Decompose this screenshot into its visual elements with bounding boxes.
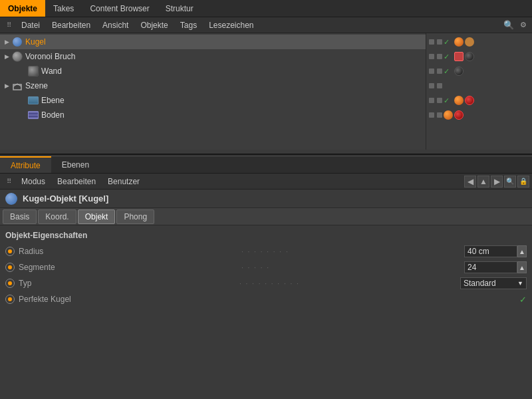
list-item[interactable]: Wand [0, 64, 426, 78]
property-radio-typ[interactable] [5, 279, 15, 288]
visibility-dot [437, 54, 442, 59]
object-name: Boden [41, 110, 426, 120]
menu-lesezeichen[interactable]: Lesezeichen [203, 19, 259, 31]
menu-bar-right: 🔍 ⚙ [503, 19, 529, 31]
list-item[interactable]: Boden [0, 108, 426, 122]
visibility-dot [429, 68, 434, 74]
ebene-icon [28, 96, 39, 104]
expand-icon: ▶ [3, 82, 11, 90]
segmente-stepper-up[interactable]: ▲ [517, 261, 527, 273]
tab-takes[interactable]: Takes [45, 0, 82, 17]
sphere-icon [12, 37, 23, 47]
property-dots: · · · · · [241, 264, 464, 271]
object-name: Kugel [25, 37, 426, 47]
object-name: Wand [41, 66, 426, 76]
property-dots: · · · · · · · · [241, 248, 464, 255]
tag-icon[interactable] [444, 110, 453, 120]
visibility-dot [429, 98, 434, 103]
tag-icon[interactable] [465, 52, 474, 61]
attr-menu-modus[interactable]: Modus [16, 176, 51, 188]
check-icon: ✓ [444, 96, 453, 105]
list-item[interactable]: ▶ Kugel [0, 35, 426, 49]
tag-icon[interactable] [454, 52, 464, 61]
visibility-dot [437, 83, 442, 88]
search-attr-icon[interactable]: 🔍 [504, 176, 516, 188]
tag-icon[interactable] [454, 96, 464, 105]
dropdown-arrow-icon: ▼ [517, 280, 523, 287]
scene-icon [12, 80, 23, 91]
property-label-typ: Typ [19, 279, 239, 288]
boden-icon [28, 111, 39, 119]
menu-tags[interactable]: Tags [175, 19, 202, 31]
grid-icon: ⠿ [3, 176, 15, 188]
object-tags-row [426, 108, 532, 122]
radius-input[interactable]: 40 cm [464, 245, 517, 257]
visibility-dot [429, 39, 434, 45]
voronoi-icon [12, 51, 23, 62]
property-value-radius: 40 cm ▲ [464, 245, 527, 257]
perfekte-kugel-checkmark: ✓ [519, 295, 527, 305]
object-tags-row: ✓ [426, 49, 532, 64]
tag-icon[interactable] [465, 37, 474, 47]
list-item[interactable]: Ebene [0, 93, 426, 108]
expand-icon [19, 96, 27, 104]
check-icon: ✓ [444, 67, 453, 76]
list-item[interactable]: ▶ Voronoi Bruch [0, 49, 426, 64]
tab-objekte[interactable]: Objekte [0, 0, 45, 17]
visibility-dot [429, 54, 434, 59]
object-right-panel: ✓ ✓ ✓ [426, 33, 532, 150]
sub-tab-basis[interactable]: Basis [3, 209, 37, 224]
attribute-section: Attribute Ebenen ⠿ Modus Bearbeiten Benu… [0, 156, 532, 399]
visibility-dot [429, 83, 434, 88]
object-list-area: ▶ Kugel ▶ Voronoi Bruch Wand [0, 33, 532, 150]
property-dots: · · · · · · · · · · [239, 280, 460, 287]
menu-datei[interactable]: Datei [16, 19, 45, 31]
sub-tab-phong[interactable]: Phong [116, 209, 154, 224]
sub-tab-koord[interactable]: Koord. [38, 209, 76, 224]
segmente-input[interactable]: 24 [464, 261, 517, 273]
tag-icon[interactable] [454, 66, 464, 76]
tag-icon[interactable] [454, 110, 464, 120]
typ-value: Standard [464, 279, 496, 288]
search-icon[interactable]: 🔍 [503, 19, 515, 31]
property-row-typ: Typ · · · · · · · · · · Standard ▼ [5, 276, 527, 291]
tag-icon[interactable] [465, 96, 474, 105]
property-label-radius: Radius [19, 247, 241, 256]
tab-ebenen[interactable]: Ebenen [51, 156, 100, 173]
app-window: Objekte Takes Content Browser Struktur ⠿… [0, 0, 532, 399]
tab-struktur[interactable]: Struktur [158, 0, 201, 17]
tab-content-browser[interactable]: Content Browser [82, 0, 157, 17]
attr-menu-bearbeiten[interactable]: Bearbeiten [52, 176, 101, 188]
lock-icon[interactable]: 🔒 [517, 176, 529, 188]
object-tree: ▶ Kugel ▶ Voronoi Bruch Wand [0, 33, 426, 150]
object-tags-row: ✓ [426, 64, 532, 78]
tab-attribute[interactable]: Attribute [0, 156, 51, 173]
visibility-dot [437, 98, 442, 103]
object-title-bar: Kugel-Objekt [Kugel] [0, 190, 532, 208]
top-tab-bar: Objekte Takes Content Browser Struktur [0, 0, 532, 17]
radius-stepper-up[interactable]: ▲ [517, 245, 527, 257]
nav-prev-button[interactable]: ◀ [464, 176, 476, 188]
wand-icon [28, 66, 39, 76]
menu-ansicht[interactable]: Ansicht [97, 19, 134, 31]
list-item[interactable]: ▶ Szene [0, 78, 426, 93]
sub-tab-bar: Basis Koord. Objekt Phong [0, 208, 532, 225]
menu-bearbeiten[interactable]: Bearbeiten [47, 19, 96, 31]
tag-icon[interactable] [454, 37, 464, 47]
property-row-radius: Radius · · · · · · · · 40 cm ▲ [5, 244, 527, 259]
property-radio-segmente[interactable] [5, 263, 15, 272]
property-radio-perfekte-kugel[interactable] [5, 295, 15, 304]
menu-objekte[interactable]: Objekte [135, 19, 173, 31]
attr-menu-benutzer[interactable]: Benutzer [102, 176, 145, 188]
typ-dropdown[interactable]: Standard ▼ [460, 277, 527, 289]
sub-tab-objekt[interactable]: Objekt [78, 209, 116, 224]
expand-icon [19, 67, 27, 75]
nav-next-button[interactable]: ▶ [491, 176, 503, 188]
nav-up-button[interactable]: ▲ [477, 176, 489, 188]
property-radio-radius[interactable] [5, 247, 15, 256]
property-value-segmente: 24 ▲ [464, 261, 527, 273]
settings-icon[interactable]: ⚙ [517, 19, 529, 31]
visibility-dot [437, 68, 442, 74]
check-icon: ✓ [444, 38, 453, 47]
object-name: Szene [25, 81, 426, 90]
